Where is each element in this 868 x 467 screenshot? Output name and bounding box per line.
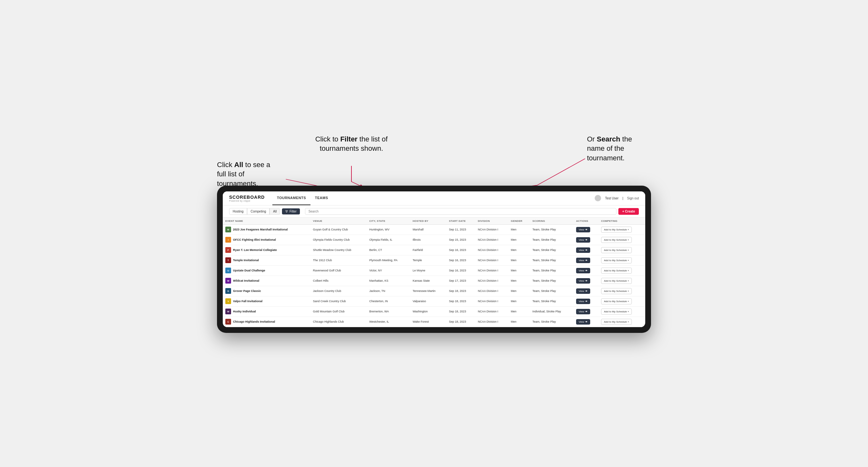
create-button[interactable]: + Create	[618, 208, 639, 215]
filter-tab-group: Hosting Competing All	[229, 208, 280, 215]
add-schedule-button-8[interactable]: Add to My Schedule +	[601, 309, 632, 315]
cell-venue-7: Sand Creek Country Club	[310, 296, 367, 306]
cell-gender-5: Men	[508, 276, 530, 286]
cell-event-name-1: I OFCC Fighting Illini Invitational	[223, 235, 310, 245]
cell-start-date-7: Sep 18, 2023	[446, 296, 475, 306]
cell-venue-3: The 1912 Club	[310, 255, 367, 266]
cell-venue-1: Olympia Fields Country Club	[310, 235, 367, 245]
event-name-3: Temple Invitational	[233, 259, 259, 262]
cell-start-date-5: Sep 17, 2023	[446, 276, 475, 286]
filter-tab-hosting[interactable]: Hosting	[229, 208, 247, 215]
cell-start-date-2: Sep 16, 2023	[446, 245, 475, 255]
team-logo-9: C	[225, 319, 231, 324]
tab-teams[interactable]: TEAMS	[310, 191, 333, 206]
view-button-7[interactable]: View	[576, 299, 590, 304]
cell-division-8: NCAA Division I	[475, 306, 508, 317]
cell-start-date-8: Sep 18, 2023	[446, 306, 475, 317]
view-button-5[interactable]: View	[576, 278, 590, 284]
add-schedule-button-5[interactable]: Add to My Schedule +	[601, 278, 632, 284]
view-button-9[interactable]: View	[576, 319, 590, 324]
sign-out-link[interactable]: Sign out	[627, 196, 639, 200]
filter-button[interactable]: Filter	[282, 208, 300, 214]
cell-city-state-5: Manhattan, KS	[367, 276, 410, 286]
cell-event-name-7: V Valpo Fall Invitational	[223, 296, 310, 306]
eye-icon-5	[585, 279, 588, 282]
cell-division-3: NCAA Division I	[475, 255, 508, 266]
cell-event-name-5: W Wildcat Invitational	[223, 276, 310, 286]
annotation-top-center: Click to Filter the list of tournaments …	[300, 134, 403, 153]
cell-scoring-8: Individual, Stroke Play	[530, 306, 574, 317]
table-row: G Grover Page Classic Jackson Country Cl…	[223, 286, 645, 296]
tablet-screen: SCOREBOARD Powered by clippd TOURNAMENTS…	[223, 191, 645, 327]
team-logo-8: W	[225, 309, 231, 314]
eye-icon-3	[585, 259, 588, 261]
team-logo-7: V	[225, 298, 231, 304]
view-button-0[interactable]: View	[576, 227, 590, 232]
eye-icon-1	[585, 239, 588, 241]
eye-icon-6	[585, 290, 588, 292]
view-button-2[interactable]: View	[576, 247, 590, 253]
cell-start-date-0: Sep 11, 2023	[446, 224, 475, 235]
cell-city-state-4: Victor, NY	[367, 266, 410, 276]
cell-city-state-6: Jackson, TN	[367, 286, 410, 296]
toolbar: Hosting Competing All Filter + Create	[223, 206, 645, 218]
add-schedule-button-7[interactable]: Add to My Schedule +	[601, 298, 632, 304]
cell-city-state-3: Plymouth Meeting, PA	[367, 255, 410, 266]
add-schedule-button-1[interactable]: Add to My Schedule +	[601, 237, 632, 243]
add-schedule-button-2[interactable]: Add to My Schedule +	[601, 247, 632, 253]
cell-scoring-0: Team, Stroke Play	[530, 224, 574, 235]
view-button-8[interactable]: View	[576, 309, 590, 314]
cell-scoring-4: Team, Stroke Play	[530, 266, 574, 276]
cell-competing-2: Add to My Schedule +	[598, 245, 645, 255]
tab-tournaments[interactable]: TOURNAMENTS	[272, 191, 310, 206]
tablet-frame: SCOREBOARD Powered by clippd TOURNAMENTS…	[217, 186, 651, 333]
event-name-5: Wildcat Invitational	[233, 279, 259, 282]
cell-division-2: NCAA Division I	[475, 245, 508, 255]
cell-city-state-2: Berlin, CT	[367, 245, 410, 255]
cell-actions-0: View	[574, 224, 598, 235]
add-schedule-button-4[interactable]: Add to My Schedule +	[601, 268, 632, 274]
cell-actions-8: View	[574, 306, 598, 317]
annotation-top-right: Or Search the name of the tournament.	[587, 134, 651, 163]
event-name-4: Upstate Dual Challenge	[233, 269, 265, 272]
cell-actions-2: View	[574, 245, 598, 255]
table-row: V Valpo Fall Invitational Sand Creek Cou…	[223, 296, 645, 306]
search-input[interactable]	[305, 208, 617, 215]
cell-event-name-2: F Ryan T. Lee Memorial Collegiate	[223, 245, 310, 255]
table-row: I OFCC Fighting Illini Invitational Olym…	[223, 235, 645, 245]
cell-division-7: NCAA Division I	[475, 296, 508, 306]
team-logo-1: I	[225, 237, 231, 243]
cell-scoring-9: Team, Stroke Play	[530, 317, 574, 327]
col-gender: GENDER	[508, 218, 530, 225]
add-schedule-button-0[interactable]: Add to My Schedule +	[601, 227, 632, 233]
cell-competing-4: Add to My Schedule +	[598, 266, 645, 276]
eye-icon-7	[585, 300, 588, 303]
app-header: SCOREBOARD Powered by clippd TOURNAMENTS…	[223, 191, 645, 206]
cell-actions-5: View	[574, 276, 598, 286]
cell-actions-3: View	[574, 255, 598, 266]
add-schedule-button-6[interactable]: Add to My Schedule +	[601, 288, 632, 294]
filter-tab-all[interactable]: All	[270, 208, 280, 215]
cell-division-9: NCAA Division I	[475, 317, 508, 327]
add-schedule-button-9[interactable]: Add to My Schedule +	[601, 319, 632, 325]
table-row: W Wildcat Invitational Colbert Hills Man…	[223, 276, 645, 286]
table-row: F Ryan T. Lee Memorial Collegiate Shuttl…	[223, 245, 645, 255]
event-name-8: Husky Individual	[233, 310, 256, 313]
view-button-3[interactable]: View	[576, 258, 590, 263]
cell-hosted-by-6: Tennessee-Martin	[410, 286, 446, 296]
view-button-6[interactable]: View	[576, 288, 590, 294]
cell-event-name-0: M 2023 Joe Feaganes Marshall Invitationa…	[223, 224, 310, 235]
view-button-1[interactable]: View	[576, 237, 590, 243]
cell-venue-0: Guyan Golf & Country Club	[310, 224, 367, 235]
table-header: EVENT NAME VENUE CITY, STATE HOSTED BY S…	[223, 218, 645, 225]
cell-event-name-4: U Upstate Dual Challenge	[223, 266, 310, 276]
cell-event-name-9: C Chicago Highlands Invitational	[223, 317, 310, 327]
add-schedule-button-3[interactable]: Add to My Schedule +	[601, 257, 632, 263]
logo-sub: Powered by clippd	[229, 200, 265, 202]
view-button-4[interactable]: View	[576, 268, 590, 273]
separator: |	[622, 196, 623, 200]
eye-icon-0	[585, 228, 588, 231]
cell-competing-9: Add to My Schedule +	[598, 317, 645, 327]
cell-scoring-6: Team, Stroke Play	[530, 286, 574, 296]
filter-tab-competing[interactable]: Competing	[247, 208, 270, 215]
